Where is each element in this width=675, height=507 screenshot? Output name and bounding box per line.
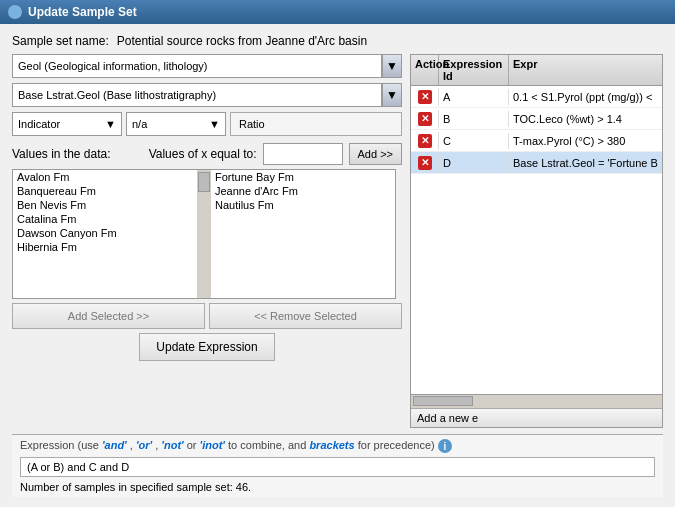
hint-or2: or bbox=[187, 439, 200, 451]
delete-icon[interactable]: ✕ bbox=[418, 156, 432, 170]
main-area: Geol (Geological information, lithology)… bbox=[12, 54, 663, 428]
stratigraphy-dropdown[interactable]: Base Lstrat.Geol (Base lithostratigraphy… bbox=[12, 83, 382, 107]
indicator-chevron-icon: ▼ bbox=[105, 118, 116, 130]
right-panel: Action Expression Id Expr ✕ A 0.1 < S1.P… bbox=[410, 54, 663, 428]
info-icon[interactable]: i bbox=[438, 439, 452, 453]
title-bar: Update Sample Set bbox=[0, 0, 675, 24]
sample-set-label: Sample set name: bbox=[12, 34, 109, 48]
dialog-body: Sample set name: Potential source rocks … bbox=[0, 24, 675, 507]
td-expression: Base Lstrat.Geol = 'Fortune B bbox=[509, 155, 662, 171]
list-item[interactable]: Dawson Canyon Fm bbox=[13, 226, 197, 240]
left-list[interactable]: Avalon Fm Banquereau Fm Ben Nevis Fm Cat… bbox=[12, 169, 197, 299]
hint-prefix: Expression (use bbox=[20, 439, 102, 451]
table-row[interactable]: ✕ A 0.1 < S1.Pyrol (ppt (mg/g)) < bbox=[411, 86, 662, 108]
list-scrollbar[interactable] bbox=[197, 169, 211, 299]
list-item[interactable]: Hibernia Fm bbox=[13, 240, 197, 254]
geological-dropdown[interactable]: Geol (Geological information, lithology) bbox=[12, 54, 382, 78]
left-panel: Geol (Geological information, lithology)… bbox=[12, 54, 402, 428]
expression-result: (A or B) and C and D bbox=[20, 457, 655, 477]
td-expression-id: A bbox=[439, 89, 509, 105]
indicator-select[interactable]: Indicator ▼ bbox=[12, 112, 122, 136]
x-input[interactable] bbox=[263, 143, 343, 165]
geological-dropdown-arrow[interactable]: ▼ bbox=[382, 54, 402, 78]
lists-container: Avalon Fm Banquereau Fm Ben Nevis Fm Cat… bbox=[12, 169, 402, 299]
horizontal-scrollbar[interactable] bbox=[411, 394, 662, 408]
td-action: ✕ bbox=[411, 154, 439, 172]
na-select[interactable]: n/a ▼ bbox=[126, 112, 226, 136]
hint-or: 'or' bbox=[136, 439, 152, 451]
th-expression-id: Expression Id bbox=[439, 55, 509, 85]
delete-icon[interactable]: ✕ bbox=[418, 90, 432, 104]
expression-hint: Expression (use 'and' , 'or' , 'not' or … bbox=[20, 439, 655, 453]
chevron-down-icon: ▼ bbox=[386, 59, 398, 73]
th-action: Action bbox=[411, 55, 439, 85]
list-item[interactable]: Banquereau Fm bbox=[13, 184, 197, 198]
update-expression-button[interactable]: Update Expression bbox=[139, 333, 274, 361]
chevron-down-icon-2: ▼ bbox=[386, 88, 398, 102]
table-row[interactable]: ✕ B TOC.Leco (%wt) > 1.4 bbox=[411, 108, 662, 130]
hint-not: 'not' bbox=[161, 439, 183, 451]
td-action: ✕ bbox=[411, 88, 439, 106]
hint-suffix: for precedence) bbox=[358, 439, 435, 451]
scroll-thumb bbox=[413, 396, 473, 406]
result-text: (A or B) and C and D bbox=[27, 461, 129, 473]
scrollbar-thumb bbox=[198, 172, 210, 192]
indicator-row: Indicator ▼ n/a ▼ Ratio bbox=[12, 112, 402, 136]
stratigraphy-dropdown-wrapper: Base Lstrat.Geol (Base lithostratigraphy… bbox=[12, 83, 402, 107]
bottom-section: Expression (use 'and' , 'or' , 'not' or … bbox=[12, 434, 663, 497]
td-expression: 0.1 < S1.Pyrol (ppt (mg/g)) < bbox=[509, 89, 662, 105]
title-bar-icon bbox=[8, 5, 22, 19]
table-row[interactable]: ✕ C T-max.Pyrol (°C) > 380 bbox=[411, 130, 662, 152]
remove-selected-button[interactable]: << Remove Selected bbox=[209, 303, 402, 329]
hint-inot: 'inot' bbox=[200, 439, 225, 451]
td-expression-id: C bbox=[439, 133, 509, 149]
list-item[interactable]: Nautilus Fm bbox=[211, 198, 395, 212]
th-expression: Expr bbox=[509, 55, 662, 85]
hint-middle: to combine, and bbox=[228, 439, 309, 451]
stratigraphy-dropdown-arrow[interactable]: ▼ bbox=[382, 83, 402, 107]
list-item[interactable]: Avalon Fm bbox=[13, 170, 197, 184]
table-row-selected[interactable]: ✕ D Base Lstrat.Geol = 'Fortune B bbox=[411, 152, 662, 174]
values-label: Values in the data: bbox=[12, 147, 111, 161]
td-action: ✕ bbox=[411, 110, 439, 128]
sample-set-name: Potential source rocks from Jeanne d'Arc… bbox=[117, 34, 367, 48]
right-list[interactable]: Fortune Bay Fm Jeanne d'Arc Fm Nautilus … bbox=[211, 169, 396, 299]
add-new-button[interactable]: Add a new e bbox=[411, 408, 662, 427]
list-item[interactable]: Jeanne d'Arc Fm bbox=[211, 184, 395, 198]
title-bar-text: Update Sample Set bbox=[28, 5, 137, 19]
td-action: ✕ bbox=[411, 132, 439, 150]
values-section: Values in the data: Values of x equal to… bbox=[12, 143, 402, 361]
delete-icon[interactable]: ✕ bbox=[418, 134, 432, 148]
td-expression-id: B bbox=[439, 111, 509, 127]
indicator-select-wrapper: Indicator ▼ bbox=[12, 112, 122, 136]
list-item[interactable]: Ben Nevis Fm bbox=[13, 198, 197, 212]
na-chevron-icon: ▼ bbox=[209, 118, 220, 130]
samples-count: Number of samples in specified sample se… bbox=[20, 481, 655, 493]
td-expression: TOC.Leco (%wt) > 1.4 bbox=[509, 111, 662, 127]
add-value-button[interactable]: Add >> bbox=[349, 143, 402, 165]
sample-set-row: Sample set name: Potential source rocks … bbox=[12, 34, 663, 48]
na-select-wrapper: n/a ▼ bbox=[126, 112, 226, 136]
td-expression-id: D bbox=[439, 155, 509, 171]
list-item[interactable]: Fortune Bay Fm bbox=[211, 170, 395, 184]
update-btn-row: Update Expression bbox=[12, 333, 402, 361]
td-expression: T-max.Pyrol (°C) > 380 bbox=[509, 133, 662, 149]
hint-and: 'and' bbox=[102, 439, 127, 451]
table-scroll-container[interactable]: ✕ A 0.1 < S1.Pyrol (ppt (mg/g)) < ✕ B TO… bbox=[411, 86, 662, 394]
action-buttons-row: Add Selected >> << Remove Selected bbox=[12, 303, 402, 329]
x-equal-label: Values of x equal to: bbox=[149, 147, 257, 161]
list-item[interactable]: Catalina Fm bbox=[13, 212, 197, 226]
hint-brackets: brackets bbox=[309, 439, 354, 451]
ratio-box: Ratio bbox=[230, 112, 402, 136]
table-header: Action Expression Id Expr bbox=[411, 55, 662, 86]
values-header-row: Values in the data: Values of x equal to… bbox=[12, 143, 402, 165]
add-selected-button[interactable]: Add Selected >> bbox=[12, 303, 205, 329]
delete-icon[interactable]: ✕ bbox=[418, 112, 432, 126]
geological-dropdown-wrapper: Geol (Geological information, lithology)… bbox=[12, 54, 402, 78]
